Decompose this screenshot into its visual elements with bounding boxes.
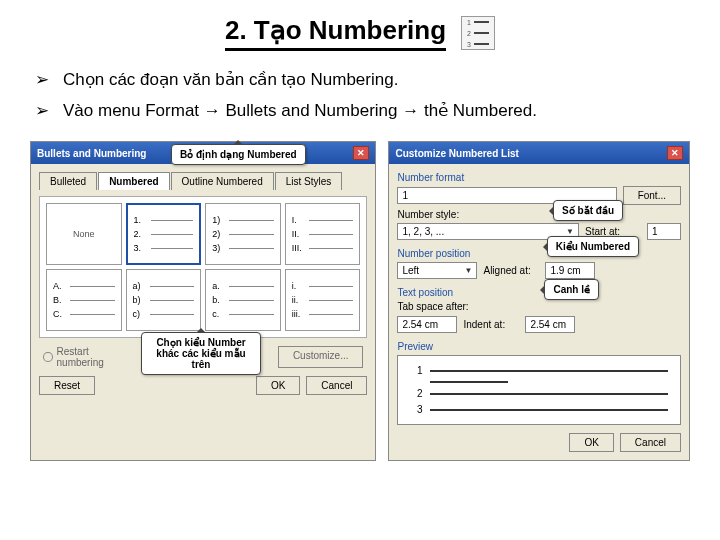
- grid-cell[interactable]: a.b.c.: [205, 269, 281, 331]
- grid-cell[interactable]: i.ii.iii.: [285, 269, 361, 331]
- grid-cell[interactable]: A.B.C.: [46, 269, 122, 331]
- customize-numbered-dialog: Customize Numbered List ✕ Number format …: [388, 141, 690, 461]
- reset-button[interactable]: Reset: [39, 376, 95, 395]
- tab-space-input[interactable]: 2.54 cm: [397, 316, 457, 333]
- numbering-icon: 1 2 3: [461, 16, 495, 50]
- instruction-1: Chọn các đoạn văn bản cần tạo Numbering.: [63, 69, 398, 90]
- indent-at-input[interactable]: 2.54 cm: [525, 316, 575, 333]
- dialog1-title: Bullets and Numbering: [37, 148, 146, 159]
- preview-box: 1 2 3: [397, 355, 681, 425]
- position-select[interactable]: Left▼: [397, 262, 477, 279]
- label-aligned-at: Aligned at:: [483, 265, 539, 276]
- ok-button[interactable]: OK: [256, 376, 300, 395]
- instruction-list: ➢Chọn các đoạn văn bản cần tạo Numbering…: [35, 69, 685, 121]
- bullets-numbering-dialog: Bullets and Numbering ✕ Bulleted Numbere…: [30, 141, 376, 461]
- callout-numbered-style: Kiểu Numbered: [547, 236, 639, 257]
- tab-liststyles[interactable]: List Styles: [275, 172, 343, 190]
- start-at-input[interactable]: 1: [647, 223, 681, 240]
- label-tab-space: Tab space after:: [397, 301, 477, 312]
- section-number-format: Number format: [397, 172, 681, 183]
- tab-numbered[interactable]: Numbered: [98, 172, 169, 190]
- callout-alignment: Canh lề: [544, 279, 599, 300]
- callout-start-number: Số bắt đầu: [553, 200, 623, 221]
- page-title: 2. Tạo Numbering: [225, 15, 446, 51]
- numbering-grid: None 1.2.3. 1)2)3) I.II.III. A.B.C. a)b)…: [39, 196, 367, 338]
- section-preview: Preview: [397, 341, 681, 352]
- ok-button[interactable]: OK: [569, 433, 613, 452]
- aligned-at-input[interactable]: 1.9 cm: [545, 262, 595, 279]
- label-number-style: Number style:: [397, 209, 681, 220]
- callout-remove-format: Bỏ định dạng Numbered: [171, 144, 306, 165]
- grid-cell[interactable]: 1.2.3.: [126, 203, 202, 265]
- radio-restart[interactable]: Restart numbering: [43, 346, 134, 368]
- close-icon[interactable]: ✕: [667, 146, 683, 160]
- grid-cell[interactable]: I.II.III.: [285, 203, 361, 265]
- grid-cell[interactable]: 1)2)3): [205, 203, 281, 265]
- tab-bulleted[interactable]: Bulleted: [39, 172, 97, 190]
- cancel-button[interactable]: Cancel: [620, 433, 681, 452]
- grid-cell[interactable]: a)b)c): [126, 269, 202, 331]
- dialog2-title: Customize Numbered List: [395, 148, 518, 159]
- customize-button[interactable]: Customize...: [278, 346, 364, 368]
- callout-choose-style: Chọn kiểu Number khác các kiểu mẫu trên: [141, 332, 261, 375]
- cancel-button[interactable]: Cancel: [306, 376, 367, 395]
- instruction-2: Vào menu Format → Bullets and Numbering …: [63, 100, 537, 121]
- grid-none[interactable]: None: [46, 203, 122, 265]
- font-button[interactable]: Font...: [623, 186, 681, 205]
- close-icon[interactable]: ✕: [353, 146, 369, 160]
- label-indent-at: Indent at:: [463, 319, 519, 330]
- tab-outline[interactable]: Outline Numbered: [171, 172, 274, 190]
